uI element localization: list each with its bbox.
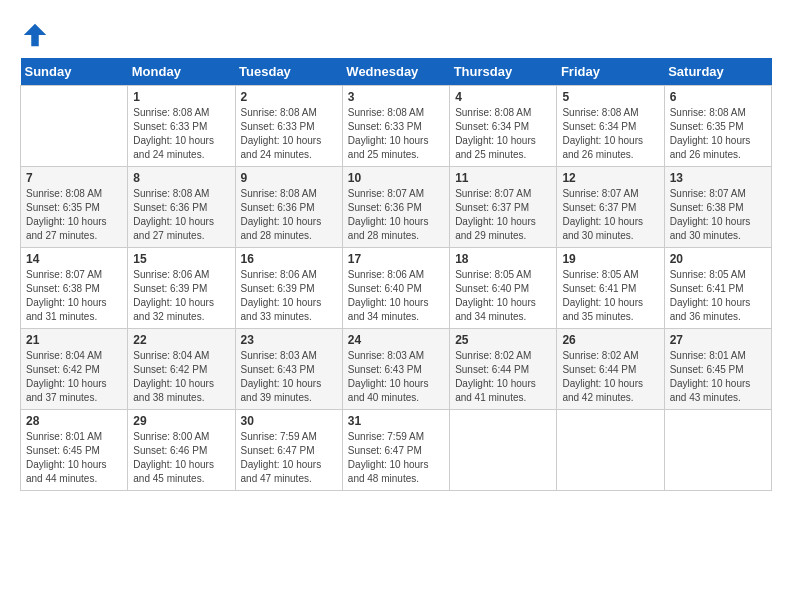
day-cell: 27Sunrise: 8:01 AMSunset: 6:45 PMDayligh… <box>664 329 771 410</box>
day-info: Sunrise: 8:04 AMSunset: 6:42 PMDaylight:… <box>133 349 229 405</box>
day-cell <box>21 86 128 167</box>
day-info: Sunrise: 8:03 AMSunset: 6:43 PMDaylight:… <box>241 349 337 405</box>
day-cell: 9Sunrise: 8:08 AMSunset: 6:36 PMDaylight… <box>235 167 342 248</box>
day-info: Sunrise: 8:08 AMSunset: 6:33 PMDaylight:… <box>348 106 444 162</box>
day-info: Sunrise: 8:03 AMSunset: 6:43 PMDaylight:… <box>348 349 444 405</box>
day-number: 13 <box>670 171 766 185</box>
day-cell: 13Sunrise: 8:07 AMSunset: 6:38 PMDayligh… <box>664 167 771 248</box>
calendar-table: SundayMondayTuesdayWednesdayThursdayFrid… <box>20 58 772 491</box>
day-info: Sunrise: 8:04 AMSunset: 6:42 PMDaylight:… <box>26 349 122 405</box>
header-friday: Friday <box>557 58 664 86</box>
day-cell: 1Sunrise: 8:08 AMSunset: 6:33 PMDaylight… <box>128 86 235 167</box>
day-info: Sunrise: 8:07 AMSunset: 6:36 PMDaylight:… <box>348 187 444 243</box>
day-number: 31 <box>348 414 444 428</box>
day-info: Sunrise: 8:02 AMSunset: 6:44 PMDaylight:… <box>455 349 551 405</box>
header-tuesday: Tuesday <box>235 58 342 86</box>
day-number: 1 <box>133 90 229 104</box>
day-cell: 16Sunrise: 8:06 AMSunset: 6:39 PMDayligh… <box>235 248 342 329</box>
day-number: 14 <box>26 252 122 266</box>
day-info: Sunrise: 8:06 AMSunset: 6:39 PMDaylight:… <box>241 268 337 324</box>
day-info: Sunrise: 8:08 AMSunset: 6:34 PMDaylight:… <box>455 106 551 162</box>
day-number: 10 <box>348 171 444 185</box>
day-info: Sunrise: 8:01 AMSunset: 6:45 PMDaylight:… <box>26 430 122 486</box>
day-number: 24 <box>348 333 444 347</box>
day-info: Sunrise: 8:06 AMSunset: 6:39 PMDaylight:… <box>133 268 229 324</box>
day-cell: 4Sunrise: 8:08 AMSunset: 6:34 PMDaylight… <box>450 86 557 167</box>
day-info: Sunrise: 8:08 AMSunset: 6:35 PMDaylight:… <box>26 187 122 243</box>
day-cell: 6Sunrise: 8:08 AMSunset: 6:35 PMDaylight… <box>664 86 771 167</box>
logo-icon <box>20 20 50 50</box>
day-cell: 26Sunrise: 8:02 AMSunset: 6:44 PMDayligh… <box>557 329 664 410</box>
day-cell: 31Sunrise: 7:59 AMSunset: 6:47 PMDayligh… <box>342 410 449 491</box>
day-cell: 23Sunrise: 8:03 AMSunset: 6:43 PMDayligh… <box>235 329 342 410</box>
day-number: 4 <box>455 90 551 104</box>
page-header <box>20 20 772 50</box>
day-number: 2 <box>241 90 337 104</box>
day-number: 11 <box>455 171 551 185</box>
day-number: 18 <box>455 252 551 266</box>
header-thursday: Thursday <box>450 58 557 86</box>
day-number: 16 <box>241 252 337 266</box>
day-cell: 22Sunrise: 8:04 AMSunset: 6:42 PMDayligh… <box>128 329 235 410</box>
day-number: 27 <box>670 333 766 347</box>
day-number: 21 <box>26 333 122 347</box>
week-row-4: 21Sunrise: 8:04 AMSunset: 6:42 PMDayligh… <box>21 329 772 410</box>
day-info: Sunrise: 8:02 AMSunset: 6:44 PMDaylight:… <box>562 349 658 405</box>
header-sunday: Sunday <box>21 58 128 86</box>
week-row-1: 1Sunrise: 8:08 AMSunset: 6:33 PMDaylight… <box>21 86 772 167</box>
header-wednesday: Wednesday <box>342 58 449 86</box>
day-cell: 28Sunrise: 8:01 AMSunset: 6:45 PMDayligh… <box>21 410 128 491</box>
day-cell: 20Sunrise: 8:05 AMSunset: 6:41 PMDayligh… <box>664 248 771 329</box>
day-info: Sunrise: 8:06 AMSunset: 6:40 PMDaylight:… <box>348 268 444 324</box>
week-row-3: 14Sunrise: 8:07 AMSunset: 6:38 PMDayligh… <box>21 248 772 329</box>
day-info: Sunrise: 8:08 AMSunset: 6:34 PMDaylight:… <box>562 106 658 162</box>
day-info: Sunrise: 8:07 AMSunset: 6:38 PMDaylight:… <box>26 268 122 324</box>
day-number: 17 <box>348 252 444 266</box>
day-cell: 2Sunrise: 8:08 AMSunset: 6:33 PMDaylight… <box>235 86 342 167</box>
day-number: 29 <box>133 414 229 428</box>
day-cell: 18Sunrise: 8:05 AMSunset: 6:40 PMDayligh… <box>450 248 557 329</box>
logo <box>20 20 54 50</box>
day-info: Sunrise: 8:08 AMSunset: 6:36 PMDaylight:… <box>241 187 337 243</box>
day-info: Sunrise: 8:07 AMSunset: 6:37 PMDaylight:… <box>562 187 658 243</box>
day-cell: 29Sunrise: 8:00 AMSunset: 6:46 PMDayligh… <box>128 410 235 491</box>
day-number: 25 <box>455 333 551 347</box>
day-number: 15 <box>133 252 229 266</box>
day-number: 28 <box>26 414 122 428</box>
day-number: 20 <box>670 252 766 266</box>
day-number: 12 <box>562 171 658 185</box>
day-info: Sunrise: 8:05 AMSunset: 6:40 PMDaylight:… <box>455 268 551 324</box>
day-info: Sunrise: 8:07 AMSunset: 6:38 PMDaylight:… <box>670 187 766 243</box>
header-monday: Monday <box>128 58 235 86</box>
day-number: 26 <box>562 333 658 347</box>
day-number: 3 <box>348 90 444 104</box>
day-info: Sunrise: 8:08 AMSunset: 6:33 PMDaylight:… <box>241 106 337 162</box>
day-number: 19 <box>562 252 658 266</box>
header-saturday: Saturday <box>664 58 771 86</box>
day-number: 30 <box>241 414 337 428</box>
day-info: Sunrise: 8:08 AMSunset: 6:36 PMDaylight:… <box>133 187 229 243</box>
day-cell: 10Sunrise: 8:07 AMSunset: 6:36 PMDayligh… <box>342 167 449 248</box>
day-cell: 21Sunrise: 8:04 AMSunset: 6:42 PMDayligh… <box>21 329 128 410</box>
day-number: 5 <box>562 90 658 104</box>
day-info: Sunrise: 8:00 AMSunset: 6:46 PMDaylight:… <box>133 430 229 486</box>
day-cell: 11Sunrise: 8:07 AMSunset: 6:37 PMDayligh… <box>450 167 557 248</box>
day-cell: 24Sunrise: 8:03 AMSunset: 6:43 PMDayligh… <box>342 329 449 410</box>
day-number: 22 <box>133 333 229 347</box>
day-info: Sunrise: 8:01 AMSunset: 6:45 PMDaylight:… <box>670 349 766 405</box>
day-cell: 5Sunrise: 8:08 AMSunset: 6:34 PMDaylight… <box>557 86 664 167</box>
day-number: 23 <box>241 333 337 347</box>
week-row-2: 7Sunrise: 8:08 AMSunset: 6:35 PMDaylight… <box>21 167 772 248</box>
day-cell: 3Sunrise: 8:08 AMSunset: 6:33 PMDaylight… <box>342 86 449 167</box>
day-cell <box>450 410 557 491</box>
day-cell: 19Sunrise: 8:05 AMSunset: 6:41 PMDayligh… <box>557 248 664 329</box>
day-cell: 7Sunrise: 8:08 AMSunset: 6:35 PMDaylight… <box>21 167 128 248</box>
day-info: Sunrise: 8:08 AMSunset: 6:35 PMDaylight:… <box>670 106 766 162</box>
day-info: Sunrise: 8:07 AMSunset: 6:37 PMDaylight:… <box>455 187 551 243</box>
day-number: 8 <box>133 171 229 185</box>
day-info: Sunrise: 8:05 AMSunset: 6:41 PMDaylight:… <box>562 268 658 324</box>
day-cell: 15Sunrise: 8:06 AMSunset: 6:39 PMDayligh… <box>128 248 235 329</box>
day-info: Sunrise: 7:59 AMSunset: 6:47 PMDaylight:… <box>348 430 444 486</box>
day-cell <box>664 410 771 491</box>
day-number: 9 <box>241 171 337 185</box>
